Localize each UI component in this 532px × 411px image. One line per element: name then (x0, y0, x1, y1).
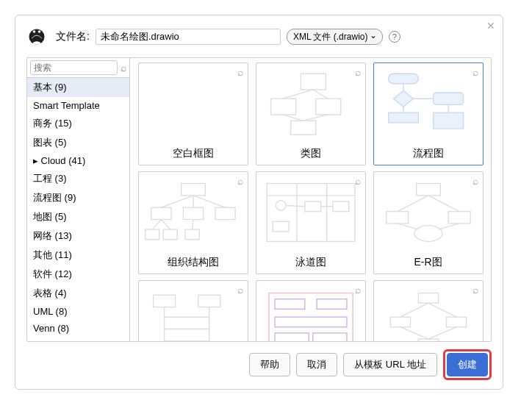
dialog-body: ⌕ 基本 (9)Smart Template商务 (15)图表 (5)▸ Clo… (26, 57, 492, 342)
svg-rect-3 (301, 74, 326, 90)
template-content: ⌕空白框图⌕类图⌕流程图⌕组织结构图⌕泳道图⌕E-R图⌕Sequence⌕Sim… (130, 58, 491, 341)
svg-line-70 (400, 327, 428, 339)
svg-line-48 (428, 196, 459, 212)
filename-label: 文件名: (56, 30, 90, 43)
svg-rect-63 (312, 333, 346, 341)
template-card[interactable]: ⌕泳道图 (256, 171, 366, 274)
from-url-button[interactable]: 从模板 URL 地址 (343, 353, 437, 376)
category-item[interactable]: Smart Template (27, 97, 129, 114)
template-card[interactable]: ⌕组织结构图 (138, 171, 248, 274)
svg-rect-66 (446, 317, 466, 327)
create-button[interactable]: 创建 (447, 353, 488, 376)
svg-rect-61 (275, 317, 347, 327)
svg-rect-44 (386, 212, 408, 224)
svg-rect-33 (267, 184, 355, 242)
template-card[interactable]: ⌕流程图 (373, 62, 484, 165)
template-label: 空白框图 (173, 144, 214, 165)
svg-rect-25 (163, 229, 177, 240)
template-label: 组织结构图 (168, 253, 219, 274)
create-highlight: 创建 (443, 349, 492, 380)
category-list: 基本 (9)Smart Template商务 (15)图表 (5)▸ Cloud… (27, 78, 129, 341)
category-item[interactable]: 软件 (12) (27, 265, 129, 284)
svg-line-31 (161, 220, 170, 230)
svg-line-68 (400, 303, 428, 317)
dialog-footer: 帮助 取消 从模板 URL 地址 创建 (26, 349, 492, 380)
category-item[interactable]: 工程 (3) (27, 169, 129, 188)
template-thumbnail (374, 281, 483, 341)
svg-rect-62 (275, 333, 309, 341)
svg-line-27 (161, 196, 193, 207)
help-button[interactable]: 帮助 (249, 353, 290, 376)
svg-rect-26 (185, 229, 199, 240)
svg-rect-60 (317, 299, 347, 310)
zoom-icon[interactable]: ⌕ (472, 284, 478, 296)
filename-input[interactable] (96, 29, 281, 45)
template-label: 流程图 (413, 144, 444, 165)
template-thumbnail (139, 281, 248, 341)
search-input[interactable] (30, 60, 118, 75)
category-sidebar: ⌕ 基本 (9)Smart Template商务 (15)图表 (5)▸ Clo… (27, 58, 130, 341)
template-grid: ⌕空白框图⌕类图⌕流程图⌕组织结构图⌕泳道图⌕E-R图⌕Sequence⌕Sim… (133, 62, 488, 341)
svg-rect-40 (273, 221, 289, 232)
svg-rect-22 (183, 207, 203, 219)
svg-line-50 (438, 224, 459, 229)
category-item[interactable]: 图表 (5) (27, 133, 129, 152)
svg-rect-13 (433, 93, 463, 104)
svg-line-8 (312, 90, 327, 99)
close-icon[interactable]: ✕ (486, 20, 495, 32)
svg-rect-39 (332, 201, 348, 212)
zoom-icon[interactable]: ⌕ (237, 175, 243, 187)
category-item[interactable]: UML (8) (27, 303, 129, 320)
template-card[interactable]: ⌕Sequence (138, 280, 248, 341)
zoom-icon[interactable]: ⌕ (237, 66, 243, 78)
zoom-icon[interactable]: ⌕ (355, 284, 361, 296)
category-item[interactable]: 商务 (15) (27, 114, 129, 133)
svg-rect-5 (315, 99, 340, 115)
svg-line-69 (428, 303, 456, 317)
template-card[interactable]: ⌕Simple (256, 280, 366, 341)
svg-rect-38 (304, 201, 320, 212)
svg-rect-21 (151, 207, 170, 219)
svg-rect-59 (275, 299, 305, 310)
category-item[interactable]: 网络 (13) (27, 226, 129, 246)
zoom-icon[interactable]: ⌕ (355, 175, 361, 187)
category-item[interactable]: 表格 (4) (27, 284, 129, 303)
filetype-select[interactable]: XML 文件 (.drawio) (287, 29, 383, 45)
zoom-icon[interactable]: ⌕ (472, 66, 478, 78)
svg-rect-64 (418, 293, 438, 304)
help-icon[interactable]: ? (389, 31, 400, 43)
svg-line-47 (397, 196, 428, 212)
svg-line-30 (152, 220, 161, 230)
svg-rect-52 (198, 295, 220, 307)
template-thumbnail (256, 172, 365, 253)
template-card[interactable]: ⌕空白框图 (138, 62, 248, 165)
svg-line-71 (428, 327, 456, 339)
svg-point-46 (414, 226, 442, 242)
zoom-icon[interactable]: ⌕ (472, 175, 478, 187)
template-label: 类图 (301, 144, 321, 165)
category-item[interactable]: 流程图 (9) (27, 188, 129, 207)
svg-rect-65 (390, 317, 410, 327)
search-icon[interactable]: ⌕ (121, 62, 126, 74)
svg-line-7 (282, 90, 312, 99)
search-row: ⌕ (27, 58, 129, 78)
template-card[interactable]: ⌕Cross- (373, 280, 484, 341)
category-item[interactable]: 基本 (9) (27, 78, 129, 97)
template-card[interactable]: ⌕E-R图 (373, 171, 484, 274)
zoom-icon[interactable]: ⌕ (237, 284, 243, 296)
svg-line-10 (303, 115, 328, 121)
svg-rect-11 (388, 74, 418, 84)
svg-rect-51 (153, 295, 175, 307)
cancel-button[interactable]: 取消 (296, 353, 337, 376)
svg-rect-20 (181, 184, 205, 196)
template-card[interactable]: ⌕类图 (256, 62, 366, 165)
svg-rect-43 (416, 184, 440, 196)
category-item[interactable]: 地图 (5) (27, 207, 129, 226)
zoom-icon[interactable]: ⌕ (355, 66, 361, 78)
svg-rect-6 (290, 121, 315, 135)
svg-line-41 (286, 205, 305, 206)
category-item[interactable]: Venn (8) (27, 320, 129, 337)
category-item[interactable]: 其他 (11) (27, 246, 129, 265)
category-item[interactable]: ▸ Cloud (41) (27, 152, 129, 169)
svg-line-29 (193, 196, 226, 207)
